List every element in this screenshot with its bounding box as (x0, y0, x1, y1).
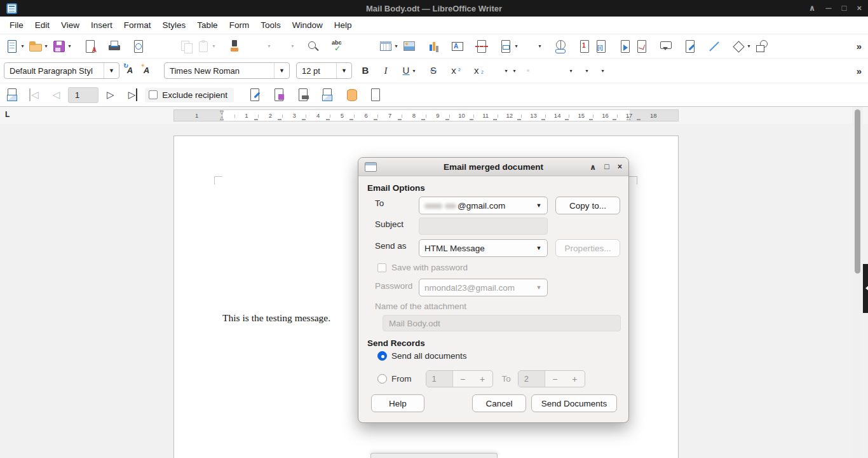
menu-item[interactable]: Format (118, 18, 157, 32)
dropdown-arrow-icon[interactable] (43, 43, 50, 49)
insert-comment-icon[interactable] (658, 38, 674, 55)
redo-icon[interactable]: ↷ (274, 38, 297, 55)
dropdown-arrow-icon[interactable] (210, 43, 217, 49)
font-color-icon[interactable] (503, 67, 511, 75)
right-indent-marker[interactable]: △ (627, 116, 630, 121)
spelling-icon[interactable] (329, 38, 346, 55)
exclude-recipient-checkbox-row[interactable]: Exclude recipient (145, 88, 234, 102)
left-indent-marker[interactable]: △ (220, 116, 224, 121)
dialog-title-bar[interactable]: Email merged document ∧ □ × (358, 158, 628, 176)
first-record-button[interactable]: ◁ (28, 87, 42, 102)
menu-item[interactable]: View (55, 18, 85, 32)
new-document-icon[interactable] (4, 38, 27, 55)
new-style-icon[interactable] (139, 62, 155, 79)
exclude-recipient-checkbox[interactable] (149, 90, 158, 99)
subscript-icon[interactable]: x ₂ (470, 62, 485, 79)
vertical-scrollbar-thumb[interactable] (855, 109, 860, 274)
horizontal-ruler[interactable]: 1 1234567891011121314151617 18 ▽ △ △ (173, 109, 679, 121)
insert-table-icon[interactable] (377, 38, 401, 55)
chevron-down-icon[interactable]: ▼ (104, 63, 119, 78)
insert-textbox-icon[interactable] (449, 38, 466, 55)
italic-icon[interactable]: I (379, 62, 391, 79)
dropdown-arrow-icon[interactable] (583, 68, 590, 74)
save-icon[interactable] (51, 38, 74, 55)
shade-window-icon[interactable]: ∧ (809, 0, 816, 17)
toolbar-overflow-icon[interactable]: » (857, 41, 864, 52)
dropdown-arrow-icon[interactable] (393, 43, 400, 49)
insert-endnote-icon[interactable] (593, 38, 609, 55)
menu-item[interactable]: Help (329, 18, 358, 32)
dialog-maximize-icon[interactable]: □ (604, 162, 609, 172)
cut-icon[interactable]: ✂ (154, 38, 171, 55)
font-size-combobox[interactable]: 12 pt ▼ (296, 62, 352, 79)
record-number-input[interactable] (68, 87, 98, 103)
insert-chart-icon[interactable] (425, 38, 442, 55)
toolbar-overflow-icon[interactable]: » (857, 66, 864, 76)
page-break-icon[interactable] (473, 38, 490, 55)
chevron-down-icon[interactable]: ▼ (531, 245, 547, 251)
align-right-icon[interactable] (547, 69, 550, 72)
maximize-window-icon[interactable]: □ (842, 0, 847, 17)
dropdown-arrow-icon[interactable] (410, 68, 417, 74)
highlight-color-icon[interactable] (511, 67, 519, 75)
send-all-documents-row[interactable]: Send all documents (377, 351, 467, 361)
dropdown-arrow-icon[interactable] (511, 68, 518, 74)
mail-merge-button[interactable] (4, 87, 20, 103)
chevron-down-icon[interactable]: ▼ (531, 202, 547, 209)
menu-item[interactable]: File (4, 18, 29, 32)
print-icon[interactable] (106, 38, 123, 55)
to-combobox[interactable]: @gmail.com ▼ (419, 197, 548, 214)
sidebar-toggle-handle[interactable] (863, 264, 868, 313)
align-justify-icon[interactable] (557, 69, 560, 72)
print-preview-icon[interactable] (130, 38, 147, 55)
subject-input[interactable] (419, 218, 548, 235)
dropdown-arrow-icon[interactable] (513, 43, 520, 49)
dialog-shade-icon[interactable]: ∧ (590, 162, 596, 172)
superscript-icon[interactable]: x ² (447, 62, 462, 79)
dropdown-arrow-icon[interactable] (745, 43, 752, 49)
insert-image-icon[interactable] (401, 38, 417, 55)
menu-item[interactable]: Edit (29, 18, 55, 32)
save-merged-documents-button[interactable] (271, 87, 287, 103)
tab-stop-selector-icon[interactable]: L (5, 110, 10, 119)
insert-bookmark-icon[interactable] (617, 38, 634, 55)
paste-icon[interactable] (195, 38, 219, 55)
first-line-indent-marker[interactable]: ▽ (220, 110, 224, 115)
open-icon[interactable] (27, 38, 51, 55)
menu-item[interactable]: Tools (255, 18, 287, 32)
from-radio[interactable] (377, 374, 387, 384)
undo-icon[interactable]: ↶ (250, 38, 274, 55)
clone-formatting-icon[interactable] (226, 38, 243, 55)
insert-hyperlink-icon[interactable] (552, 38, 569, 55)
menu-item[interactable]: Window (287, 18, 329, 32)
dropdown-arrow-icon[interactable] (266, 43, 273, 49)
send-as-combobox[interactable]: HTML Message ▼ (419, 239, 548, 257)
find-replace-icon[interactable] (305, 38, 322, 55)
underline-icon[interactable]: U (399, 62, 419, 79)
basic-shapes-icon[interactable] (730, 38, 754, 55)
outline-list-icon[interactable] (599, 67, 607, 75)
unordered-list-icon[interactable] (567, 67, 576, 75)
dropdown-arrow-icon[interactable] (536, 43, 543, 49)
special-character-icon[interactable]: Ω (521, 38, 545, 55)
chevron-down-icon[interactable]: ▼ (274, 63, 289, 78)
dropdown-arrow-icon[interactable] (66, 43, 73, 49)
menu-item[interactable]: Form (224, 18, 255, 32)
dropdown-arrow-icon[interactable] (503, 68, 510, 74)
formatting-marks-icon[interactable]: ¶ (353, 38, 370, 55)
data-source-button[interactable] (343, 87, 360, 103)
copy-icon[interactable] (179, 38, 195, 55)
close-window-icon[interactable]: × (857, 0, 862, 17)
font-name-combobox[interactable]: Times New Roman ▼ (164, 62, 290, 79)
send-documents-button[interactable]: Send Documents (531, 394, 617, 412)
update-style-icon[interactable] (122, 62, 139, 79)
last-record-button[interactable]: ▷ (125, 87, 139, 102)
print-merged-documents-button[interactable] (295, 87, 311, 103)
minimize-window-icon[interactable]: ─ (825, 0, 831, 17)
clear-formatting-icon[interactable] (492, 69, 495, 72)
edit-individual-documents-button[interactable] (247, 87, 263, 103)
insert-line-icon[interactable] (706, 38, 722, 55)
export-pdf-icon[interactable] (82, 38, 98, 55)
next-record-button[interactable]: ▷ (104, 87, 118, 102)
show-draw-functions-icon[interactable] (754, 38, 770, 55)
